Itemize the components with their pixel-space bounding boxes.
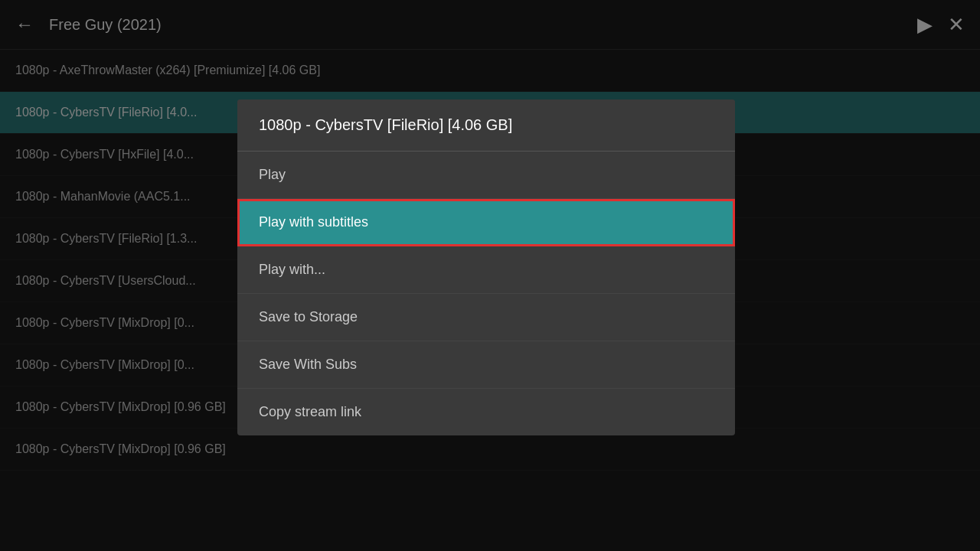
context-menu: 1080p - CybersTV [FileRio] [4.06 GB] Pla… — [237, 99, 735, 435]
context-menu-item-play[interactable]: Play — [237, 152, 735, 199]
context-menu-item-save-with-subs[interactable]: Save With Subs — [237, 341, 735, 389]
context-menu-item-play-with-subtitles[interactable]: Play with subtitles — [237, 199, 735, 246]
context-menu-item-play-with...[interactable]: Play with... — [237, 246, 735, 294]
context-menu-item-copy-stream-link[interactable]: Copy stream link — [237, 389, 735, 435]
context-menu-title: 1080p - CybersTV [FileRio] [4.06 GB] — [237, 99, 735, 152]
context-menu-item-save-to-storage[interactable]: Save to Storage — [237, 294, 735, 341]
